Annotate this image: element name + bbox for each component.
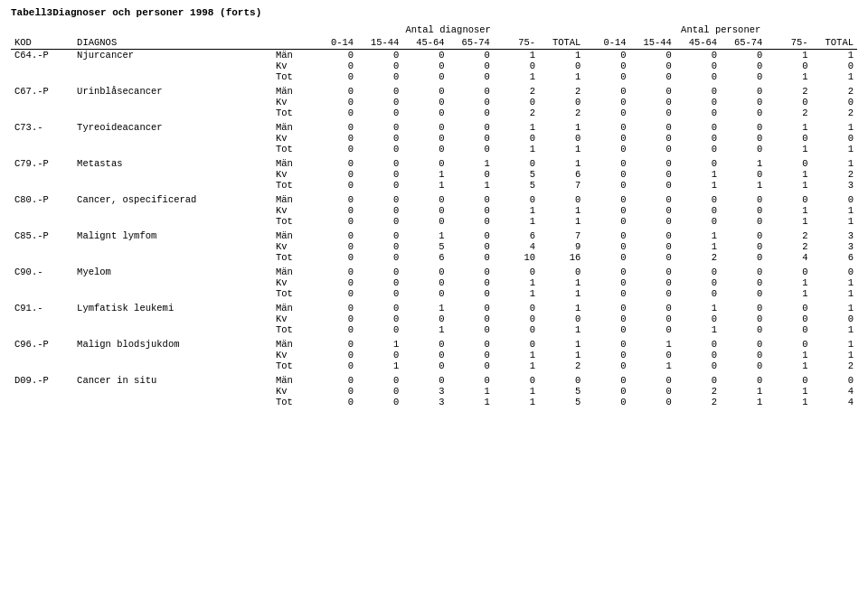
cell-pers-val: 0: [721, 303, 766, 314]
cell-pers-val: 2: [766, 241, 811, 252]
table-row: Tot001157001113: [11, 180, 857, 191]
cell-pers-val: 0: [584, 277, 629, 288]
cell-diag-val: 0: [448, 324, 494, 335]
cell-pers-val: 0: [721, 350, 766, 360]
cell-gender: Tot: [272, 288, 312, 299]
cell-pers-val: 0: [630, 144, 675, 154]
cell-diag-val: 0: [402, 288, 448, 299]
cell-kod: C73.-: [11, 122, 73, 133]
cell-pers-val: 0: [630, 122, 675, 133]
cell-diag-val: 0: [494, 158, 539, 169]
cell-pers-val: 0: [721, 50, 766, 61]
cell-diag-val: 0: [402, 194, 448, 205]
cell-diag-val: 3: [402, 386, 448, 397]
cell-diag-val: 0: [312, 133, 357, 144]
cell-diag-val: 0: [402, 375, 448, 386]
cell-diag-val: 0: [357, 397, 402, 407]
cell-diag-val: 0: [448, 241, 494, 252]
cell-diag-val: 0: [448, 267, 494, 277]
cell-diagnos: [73, 205, 272, 216]
cell-diag-val: 0: [357, 133, 402, 144]
cell-diag-val: 0: [312, 288, 357, 299]
cell-diag-val: 2: [539, 86, 584, 97]
cell-kod: [11, 205, 73, 216]
cell-diag-val: 0: [448, 360, 494, 371]
cell-pers-val: 0: [584, 375, 629, 386]
cell-pers-val: 0: [721, 216, 766, 227]
cell-gender: Män: [272, 86, 312, 97]
cell-kod: [11, 324, 73, 335]
cell-pers-val: 1: [675, 230, 721, 241]
cell-diag-val: 0: [448, 350, 494, 360]
cell-pers-val: 0: [630, 288, 675, 299]
cell-diag-val: 2: [539, 108, 584, 118]
cell-kod: C90.-: [11, 267, 73, 277]
cell-pers-val: 0: [584, 194, 629, 205]
cell-diag-val: 0: [494, 97, 539, 108]
table-row: Tot000011000011: [11, 216, 857, 227]
col-header-kod: [11, 23, 73, 36]
cell-diag-val: 1: [494, 277, 539, 288]
cell-pers-val: 0: [675, 108, 721, 118]
cell-diag-val: 0: [494, 303, 539, 314]
cell-pers-val: 2: [812, 86, 857, 97]
cell-pers-val: 0: [812, 267, 857, 277]
cell-diag-val: 0: [357, 216, 402, 227]
sub-diag-0-14: 0-14: [312, 36, 357, 50]
cell-pers-val: 0: [675, 144, 721, 154]
cell-pers-val: 0: [675, 339, 721, 350]
cell-diag-val: 0: [448, 97, 494, 108]
cell-pers-val: 0: [584, 324, 629, 335]
cell-diag-val: 0: [402, 360, 448, 371]
cell-diag-val: 9: [539, 241, 584, 252]
cell-pers-val: 0: [584, 288, 629, 299]
cell-pers-val: 1: [675, 180, 721, 191]
cell-diag-val: 0: [448, 303, 494, 314]
cell-diag-val: 1: [539, 350, 584, 360]
cell-diag-val: 0: [312, 169, 357, 180]
cell-diag-val: 0: [312, 397, 357, 407]
cell-pers-val: 0: [584, 158, 629, 169]
cell-gender: Kv: [272, 277, 312, 288]
cell-pers-val: 1: [766, 360, 811, 371]
cell-pers-val: 1: [766, 216, 811, 227]
cell-pers-val: 0: [812, 194, 857, 205]
cell-gender: Kv: [272, 97, 312, 108]
cell-pers-val: 0: [721, 108, 766, 118]
cell-diag-val: 0: [357, 230, 402, 241]
cell-pers-val: 0: [721, 133, 766, 144]
cell-diag-val: 0: [312, 360, 357, 371]
cell-gender: Män: [272, 303, 312, 314]
cell-kod: [11, 108, 73, 118]
cell-pers-val: 1: [630, 360, 675, 371]
cell-pers-val: 2: [812, 108, 857, 118]
cell-diag-val: 1: [402, 303, 448, 314]
cell-pers-val: 1: [812, 158, 857, 169]
cell-diag-val: 0: [494, 375, 539, 386]
cell-pers-val: 0: [675, 122, 721, 133]
cell-diag-val: 6: [402, 252, 448, 263]
cell-kod: [11, 397, 73, 407]
sub-diag-45-64: 45-64: [402, 36, 448, 50]
cell-pers-val: 2: [766, 86, 811, 97]
cell-pers-val: 0: [721, 205, 766, 216]
table-row: C90.-MyelomMän000000000000: [11, 267, 857, 277]
cell-diag-val: 2: [494, 108, 539, 118]
cell-diagnos: [73, 277, 272, 288]
cell-diag-val: 1: [539, 303, 584, 314]
cell-gender: Tot: [272, 180, 312, 191]
col-header-gender: [272, 23, 312, 36]
cell-pers-val: 4: [766, 252, 811, 263]
cell-gender: Kv: [272, 205, 312, 216]
cell-pers-val: 0: [721, 288, 766, 299]
cell-gender: Kv: [272, 61, 312, 71]
cell-diag-val: 0: [494, 133, 539, 144]
cell-gender: Tot: [272, 108, 312, 118]
cell-diag-val: 1: [539, 288, 584, 299]
cell-diagnos: Malign blodsjukdom: [73, 339, 272, 350]
cell-pers-val: 0: [675, 267, 721, 277]
cell-gender: Män: [272, 122, 312, 133]
cell-pers-val: 0: [584, 86, 629, 97]
cell-diag-val: 5: [402, 241, 448, 252]
cell-diag-val: 3: [402, 397, 448, 407]
